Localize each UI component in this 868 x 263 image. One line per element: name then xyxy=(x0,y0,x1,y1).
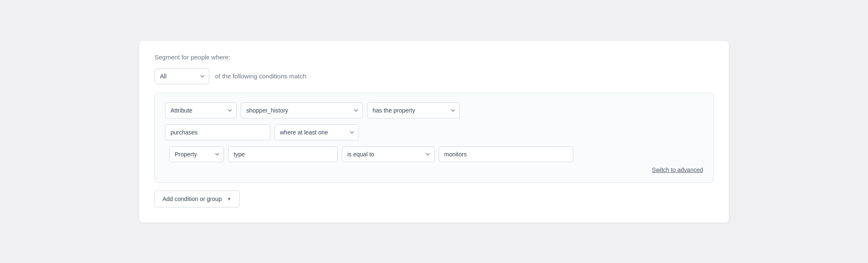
add-condition-button[interactable]: Add condition or group ▼ xyxy=(154,191,240,207)
all-select[interactable]: All Any None xyxy=(154,68,209,84)
condition-row-2: where at least one where all where none xyxy=(165,124,703,140)
conditions-header: All Any None of the following conditions… xyxy=(154,68,714,84)
type-input[interactable] xyxy=(228,146,338,162)
segment-label: Segment for people where: xyxy=(154,54,714,61)
is-equal-select[interactable]: is equal to is not equal to contains doe… xyxy=(342,146,434,162)
conditions-match-text: of the following conditions match xyxy=(215,72,306,80)
attribute-name-select[interactable]: shopper_history purchase_history user_pr… xyxy=(241,102,363,118)
switch-to-advanced-button[interactable]: Switch to advanced xyxy=(652,166,703,173)
purchases-input[interactable] xyxy=(165,124,270,140)
condition-row-1: Attribute Event Device shopper_history p… xyxy=(165,102,703,118)
monitors-input[interactable] xyxy=(439,146,573,162)
add-condition-row: Add condition or group ▼ xyxy=(154,191,714,207)
add-condition-label: Add condition or group xyxy=(162,196,222,202)
has-property-select[interactable]: has the property does not have the prope… xyxy=(367,102,460,118)
where-select[interactable]: where at least one where all where none xyxy=(274,124,359,140)
property-type-select[interactable]: Property Event Device xyxy=(169,146,224,162)
switch-to-advanced-container: Switch to advanced xyxy=(165,166,703,173)
condition-row-3: Property Event Device is equal to is not… xyxy=(169,146,703,162)
attribute-type-select[interactable]: Attribute Event Device xyxy=(165,102,237,118)
conditions-block: Attribute Event Device shopper_history p… xyxy=(154,93,714,183)
chevron-down-icon: ▼ xyxy=(227,196,232,201)
main-container: Segment for people where: All Any None o… xyxy=(139,41,729,223)
